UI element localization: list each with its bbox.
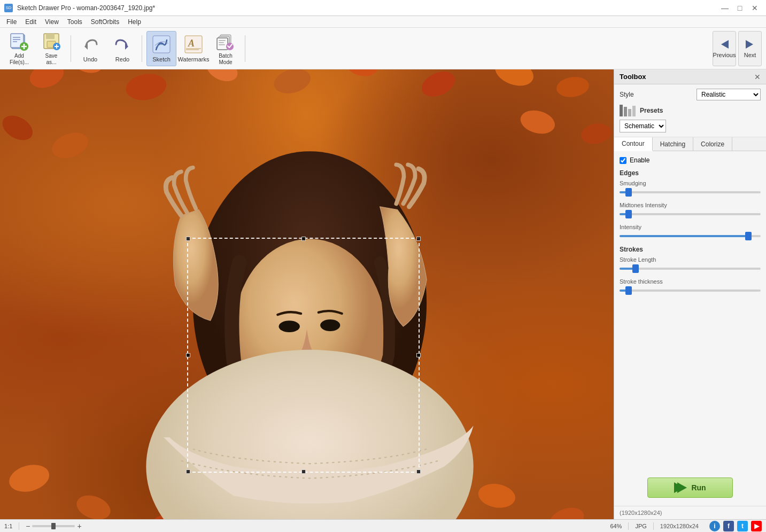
- svg-text:A: A: [188, 38, 195, 49]
- svg-point-43: [6, 460, 52, 496]
- svg-rect-25: [219, 42, 224, 43]
- menu-view[interactable]: View: [41, 16, 63, 27]
- run-label: Run: [691, 483, 706, 492]
- save-as-label: Saveas...: [45, 53, 58, 66]
- save-as-icon: [42, 32, 61, 51]
- stroke-thickness-slider[interactable]: [620, 286, 761, 295]
- add-files-icon: [10, 32, 29, 51]
- next-button[interactable]: Next: [738, 31, 762, 66]
- toolbox-close-button[interactable]: ✕: [754, 73, 761, 81]
- presets-select[interactable]: Schematic Classic Modern Artistic: [620, 120, 666, 132]
- svg-point-34: [271, 69, 313, 97]
- title-bar: SD Sketch Drawer Pro - woman-2003647_192…: [0, 0, 766, 16]
- image-dimensions: 1920x1280x24: [660, 523, 699, 529]
- enable-label[interactable]: Enable: [630, 157, 649, 164]
- stroke-thickness-label: Stroke thickness: [620, 278, 761, 285]
- edges-header: Edges: [620, 169, 761, 177]
- watermarks-button[interactable]: A Watermarks: [179, 31, 208, 66]
- stroke-length-label: Stroke Length: [620, 256, 761, 263]
- status-bar: 1:1 − + 64% JPG 1920x1280x24 i f t ▶: [0, 519, 766, 532]
- batch-mode-button[interactable]: BatchMode: [211, 31, 241, 66]
- dimensions-info: (1920x1280x24): [614, 506, 766, 519]
- sketch-icon: [152, 35, 171, 54]
- stroke-thickness-row: Stroke thickness: [620, 278, 761, 295]
- menu-help[interactable]: Help: [123, 16, 145, 27]
- svg-point-51: [279, 320, 300, 332]
- presets-label: Presets: [640, 107, 663, 114]
- redo-icon: [113, 35, 132, 54]
- svg-point-39: [0, 111, 37, 145]
- facebook-icon[interactable]: f: [723, 521, 734, 531]
- svg-marker-29: [746, 40, 753, 49]
- run-button[interactable]: Run: [647, 478, 733, 498]
- svg-point-52: [320, 319, 340, 331]
- midtones-slider[interactable]: [620, 210, 761, 218]
- save-as-button[interactable]: Saveas...: [36, 31, 66, 66]
- enable-row: Enable: [620, 157, 761, 164]
- image-container: [0, 69, 614, 519]
- tab-bar: Contour Hatching Colorize: [614, 137, 766, 151]
- window-controls: — □ ✕: [718, 3, 762, 13]
- watermarks-label: Watermarks: [178, 56, 210, 62]
- undo-icon: [81, 35, 100, 54]
- svg-marker-28: [721, 40, 729, 49]
- canvas-area[interactable]: [0, 69, 614, 519]
- smudging-label: Smudging: [620, 180, 761, 186]
- presets-icon: [620, 105, 636, 116]
- midtones-thumb[interactable]: [625, 210, 632, 218]
- midtones-track-bg: [620, 213, 761, 215]
- previous-label: Previous: [713, 52, 736, 58]
- style-section: Style Realistic Pencil Charcoal Watercol…: [614, 84, 766, 137]
- zoom-control: − +: [26, 522, 81, 530]
- menu-bar: File Edit View Tools SoftOrbits Help: [0, 16, 766, 28]
- tab-colorize[interactable]: Colorize: [693, 137, 732, 151]
- smudging-slider[interactable]: [620, 188, 761, 197]
- intensity-thumb[interactable]: [745, 232, 752, 240]
- intensity-fill: [620, 235, 747, 237]
- svg-point-31: [71, 69, 104, 76]
- next-label: Next: [744, 52, 756, 58]
- info-icon[interactable]: i: [709, 521, 720, 531]
- maximize-button[interactable]: □: [733, 3, 747, 13]
- add-files-button[interactable]: AddFile(s)...: [4, 31, 34, 66]
- presets-row: Presets: [620, 105, 761, 116]
- menu-tools[interactable]: Tools: [63, 16, 87, 27]
- enable-checkbox[interactable]: [620, 157, 626, 164]
- redo-button[interactable]: Redo: [107, 31, 137, 66]
- undo-button[interactable]: Undo: [75, 31, 105, 66]
- intensity-slider[interactable]: [620, 232, 761, 240]
- style-row: Style Realistic Pencil Charcoal Watercol…: [620, 89, 761, 100]
- toolbox-content: Enable Edges Smudging Midtones Intensity: [614, 151, 766, 470]
- menu-file[interactable]: File: [2, 16, 21, 27]
- main-area: Toolbox ✕ Style Realistic Pencil Charcoa…: [0, 69, 766, 519]
- separator-3: [245, 35, 245, 62]
- title-bar-left: SD Sketch Drawer Pro - woman-2003647_192…: [4, 4, 155, 12]
- stroke-thickness-thumb[interactable]: [625, 286, 632, 295]
- stroke-length-thumb[interactable]: [632, 264, 639, 273]
- file-format: JPG: [635, 523, 646, 529]
- previous-button[interactable]: Previous: [713, 31, 736, 66]
- sketch-button[interactable]: Sketch: [146, 31, 176, 66]
- menu-softorbits[interactable]: SoftOrbits: [87, 16, 123, 27]
- twitter-icon[interactable]: t: [737, 521, 748, 531]
- menu-edit[interactable]: Edit: [21, 16, 41, 27]
- zoom-thumb[interactable]: [51, 523, 56, 529]
- separator-zoom: [19, 522, 19, 530]
- youtube-icon[interactable]: ▶: [751, 521, 762, 531]
- zoom-minus-icon[interactable]: −: [26, 522, 30, 530]
- redo-label: Redo: [115, 56, 129, 62]
- minimize-button[interactable]: —: [718, 3, 732, 13]
- run-section: Run: [614, 470, 766, 506]
- zoom-percent: 64%: [610, 523, 622, 529]
- svg-point-30: [26, 69, 67, 92]
- stroke-thickness-track-bg: [620, 290, 761, 292]
- zoom-slider[interactable]: [32, 525, 75, 527]
- zoom-plus-icon[interactable]: +: [77, 522, 81, 530]
- tab-hatching[interactable]: Hatching: [653, 137, 693, 151]
- close-button[interactable]: ✕: [748, 3, 762, 13]
- stroke-length-slider[interactable]: [620, 264, 761, 273]
- smudging-thumb[interactable]: [625, 188, 632, 197]
- svg-point-38: [555, 75, 591, 99]
- tab-contour[interactable]: Contour: [614, 137, 653, 151]
- style-select[interactable]: Realistic Pencil Charcoal Watercolor: [697, 89, 761, 100]
